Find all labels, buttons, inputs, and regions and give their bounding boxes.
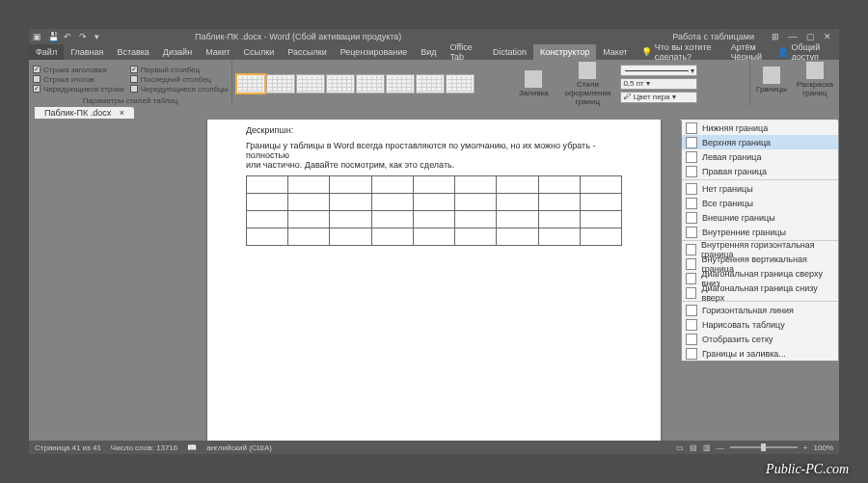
table-cell[interactable]: [288, 228, 330, 246]
table-style-thumb[interactable]: [446, 74, 475, 94]
ribbon-options-icon[interactable]: ⊞: [768, 32, 783, 41]
table-cell[interactable]: [330, 194, 371, 211]
table-cell[interactable]: [288, 194, 330, 211]
table-cell[interactable]: [538, 176, 580, 194]
pen-color-select[interactable]: 🖊 Цвет пера ▾: [620, 92, 697, 103]
option-checkbox[interactable]: Последний столбец: [130, 75, 229, 84]
border-menu-item[interactable]: Нарисовать таблицу: [682, 317, 838, 332]
option-checkbox[interactable]: Строка итогов: [33, 75, 124, 84]
border-menu-item[interactable]: Правая граница: [682, 164, 838, 178]
border-menu-item[interactable]: Верхняя граница: [682, 135, 838, 149]
option-checkbox[interactable]: ✓Первый столбец: [130, 66, 229, 74]
table-cell[interactable]: [538, 211, 580, 228]
table-style-thumb[interactable]: [236, 74, 265, 94]
table-cell[interactable]: [288, 176, 330, 194]
shading-button[interactable]: Заливка: [512, 70, 555, 97]
border-menu-item[interactable]: Горизонтальная линия: [682, 303, 838, 317]
table-cell[interactable]: [330, 228, 371, 246]
table-cell[interactable]: [497, 211, 538, 228]
option-checkbox[interactable]: Чередующиеся столбцы: [130, 85, 229, 94]
doc-tab[interactable]: Паблик-ПК .docx ×: [35, 107, 134, 119]
close-icon[interactable]: ✕: [820, 32, 835, 41]
border-menu-item[interactable]: Границы и заливка...: [682, 346, 838, 361]
table-cell[interactable]: [247, 176, 288, 194]
table-cell[interactable]: [497, 176, 538, 194]
table-cell[interactable]: [247, 228, 288, 246]
status-proof-icon[interactable]: 📖: [187, 443, 197, 452]
view-read-icon[interactable]: ▭: [676, 443, 684, 452]
maximize-icon[interactable]: ▢: [802, 32, 818, 41]
table-cell[interactable]: [371, 176, 413, 194]
border-menu-item[interactable]: Диагональная граница снизу вверх: [682, 285, 838, 300]
table-cell[interactable]: [247, 211, 288, 228]
zoom-value[interactable]: 100%: [814, 443, 833, 452]
pen-width-select[interactable]: 0,5 пт ▾: [620, 78, 697, 90]
option-checkbox[interactable]: ✓Чередующиеся строки: [33, 85, 124, 94]
table-cell[interactable]: [497, 194, 538, 211]
border-menu-item[interactable]: Все границы: [682, 196, 838, 210]
qat-more-icon[interactable]: ▾: [95, 32, 104, 41]
doc-table[interactable]: [246, 175, 622, 246]
status-page[interactable]: Страница 41 из 41: [35, 443, 101, 452]
table-style-thumb[interactable]: [416, 74, 445, 94]
border-styles-button[interactable]: Стили оформления границ: [560, 62, 614, 106]
border-menu-item[interactable]: Нет границы: [682, 181, 838, 196]
border-menu-item[interactable]: Левая граница: [682, 149, 838, 164]
table-cell[interactable]: [455, 194, 497, 211]
table-style-thumb[interactable]: [326, 74, 355, 94]
table-cell[interactable]: [330, 176, 371, 194]
option-checkbox[interactable]: ✓Строка заголовка: [33, 66, 124, 74]
table-cell[interactable]: [580, 194, 621, 211]
redo-icon[interactable]: ↷: [79, 32, 89, 41]
pen-style-select[interactable]: ▾: [620, 65, 697, 76]
table-cell[interactable]: [413, 176, 454, 194]
table-style-thumb[interactable]: [266, 74, 295, 94]
border-menu-item[interactable]: Внутренние границы: [682, 225, 838, 239]
tellme[interactable]: 💡Что вы хотите сделать?: [635, 44, 731, 60]
zoom-slider[interactable]: [730, 446, 798, 448]
table-cell[interactable]: [330, 211, 371, 228]
table-cell[interactable]: [247, 194, 288, 211]
tab-layout[interactable]: Макет: [199, 44, 236, 60]
undo-icon[interactable]: ↶: [64, 32, 73, 41]
zoom-in-icon[interactable]: +: [803, 443, 808, 452]
table-styles-gallery[interactable]: [236, 74, 506, 94]
zoom-out-icon[interactable]: —: [717, 443, 724, 452]
table-cell[interactable]: [371, 194, 413, 211]
table-cell[interactable]: [580, 176, 621, 194]
tab-references[interactable]: Ссылки: [237, 44, 282, 60]
tab-table-layout[interactable]: Макет: [596, 44, 634, 60]
status-words[interactable]: Число слов: 13716: [111, 443, 177, 452]
tab-office-tab[interactable]: Office Tab: [444, 44, 486, 60]
table-cell[interactable]: [538, 194, 580, 211]
table-cell[interactable]: [371, 211, 413, 228]
view-print-icon[interactable]: ▤: [690, 443, 697, 452]
borders-button[interactable]: Границы: [754, 67, 789, 94]
tab-review[interactable]: Рецензирование: [334, 44, 415, 60]
table-cell[interactable]: [455, 211, 497, 228]
tab-table-design[interactable]: Конструктор: [533, 44, 596, 60]
table-cell[interactable]: [497, 228, 538, 246]
table-cell[interactable]: [580, 228, 621, 246]
table-cell[interactable]: [455, 176, 497, 194]
table-cell[interactable]: [580, 211, 621, 228]
table-cell[interactable]: [371, 228, 413, 246]
border-painter-button[interactable]: Раскраска границ: [795, 62, 835, 97]
tab-view[interactable]: Вид: [414, 44, 443, 60]
border-menu-item[interactable]: Нижняя граница: [682, 121, 838, 135]
table-cell[interactable]: [455, 228, 497, 246]
border-menu-item[interactable]: Отобразить сетку: [682, 332, 838, 346]
status-language[interactable]: английский (США): [206, 443, 272, 452]
table-cell[interactable]: [413, 228, 454, 246]
tab-insert[interactable]: Вставка: [110, 44, 155, 60]
tab-dictation[interactable]: Dictation: [486, 44, 533, 60]
border-menu-item[interactable]: Внешние границы: [682, 210, 838, 225]
view-web-icon[interactable]: ▥: [703, 443, 711, 452]
table-cell[interactable]: [413, 211, 454, 228]
tab-file[interactable]: Файл: [29, 44, 64, 60]
table-cell[interactable]: [538, 228, 580, 246]
minimize-icon[interactable]: —: [785, 32, 800, 41]
tab-home[interactable]: Главная: [64, 44, 110, 60]
user-label[interactable]: Артём Чёрный: [731, 42, 773, 62]
save-icon[interactable]: 💾: [48, 32, 58, 41]
